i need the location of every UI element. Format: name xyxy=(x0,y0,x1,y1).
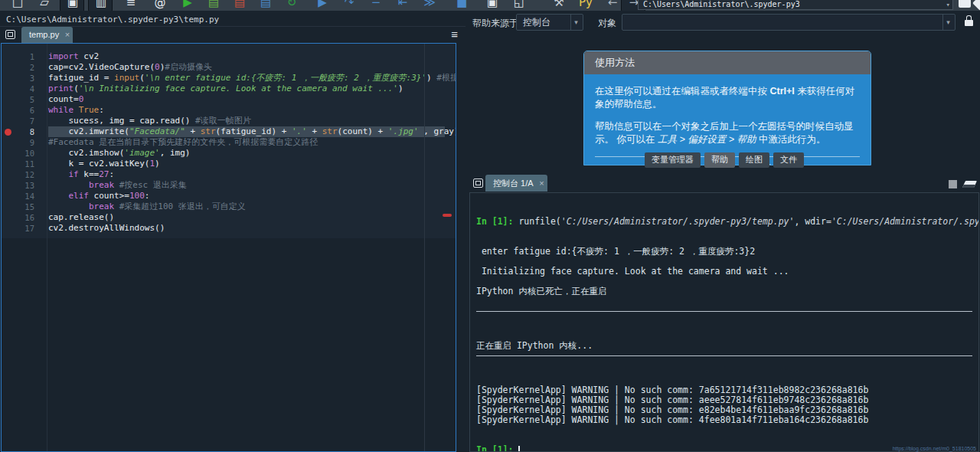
line-number[interactable]: 7 xyxy=(2,116,47,126)
line-number[interactable]: 13 xyxy=(2,180,47,191)
editor-options-menu-icon[interactable]: ≡ xyxy=(451,28,458,41)
line-number[interactable]: 16 xyxy=(2,212,47,223)
code-token: k = cv2.waitKey( xyxy=(48,159,149,169)
line-number[interactable]: 12 xyxy=(2,169,47,180)
code-line: break #采集超过100 张退出，可自定义 xyxy=(48,201,445,212)
line-number[interactable]: 9 xyxy=(2,137,47,148)
step-over-icon[interactable]: ↷ xyxy=(339,0,359,11)
code-token: 0 xyxy=(79,94,84,104)
object-combobox[interactable]: ▾ xyxy=(622,14,956,31)
code-token: (count) + xyxy=(338,126,388,136)
code-token: while xyxy=(48,105,74,115)
code-token: cv2.imwrite( xyxy=(48,126,129,136)
new-file-icon[interactable]: □ xyxy=(8,0,28,11)
code-line: fatigue_id = input('\n enter fatigue id:… xyxy=(48,73,445,84)
lock-icon[interactable] xyxy=(965,20,973,26)
chevron-down-icon: ▾ xyxy=(942,15,953,30)
console-warning-line: [SpyderKernelApp] WARNING | No such comm… xyxy=(476,415,972,425)
console-panel: 控制台 1/A × In [1]: runfile('C:/Users/Admi… xyxy=(469,170,980,452)
line-number[interactable]: 2 xyxy=(2,62,47,73)
console-output-line: enter fatigue id:{不疲劳: 1 ，一般疲劳: 2 ，重度疲劳:… xyxy=(476,247,972,257)
pane-tab-文件[interactable]: 文件 xyxy=(773,152,804,168)
pane-tab-帮助[interactable]: 帮助 xyxy=(704,152,735,168)
code-token xyxy=(48,169,69,179)
toolbar-overflow-icon[interactable] xyxy=(972,0,980,11)
debug-file-icon[interactable]: ▶ xyxy=(312,0,332,11)
code-token: (fatigue_id) + xyxy=(216,126,292,136)
window-layout-icon[interactable]: ▣ xyxy=(482,0,502,11)
line-number[interactable]: 15 xyxy=(2,201,47,212)
code-editor[interactable]: 1234567891011121314151617 import cv2cap=… xyxy=(1,43,456,452)
line-number[interactable]: 4 xyxy=(2,84,47,94)
editor-tab-temp-py[interactable]: temp.py × xyxy=(21,27,73,43)
close-icon[interactable]: × xyxy=(539,175,544,192)
line-number[interactable]: 6 xyxy=(2,105,47,116)
tools-icon[interactable]: ⚒ xyxy=(549,0,569,11)
editor-panel: C:\Users\Administrator\.spyder-py3\temp.… xyxy=(0,11,466,452)
print-icon[interactable]: ≡ xyxy=(121,0,141,11)
close-icon[interactable]: × xyxy=(65,27,70,43)
line-number[interactable]: 11 xyxy=(2,159,47,169)
console-output-line: Initializing face capture. Look at the c… xyxy=(476,267,972,277)
code-token: + xyxy=(185,126,201,136)
line-number[interactable]: 8 xyxy=(2,126,47,137)
code-token: + xyxy=(307,126,322,136)
code-token xyxy=(48,191,69,201)
find-symbols-icon[interactable]: @ xyxy=(150,0,170,11)
run-cell-advance-icon[interactable]: ▤ xyxy=(230,0,250,11)
code-line: cap.release() xyxy=(48,212,445,223)
browse-directory-icon[interactable] xyxy=(959,0,971,8)
code-token: cv2.destroyAllWindows() xyxy=(48,223,165,233)
help-source-combobox[interactable]: 控制台 ▾ xyxy=(516,14,583,31)
line-number[interactable]: 17 xyxy=(2,223,47,234)
code-line: sucess, img = cap.read() #读取一帧图片 xyxy=(48,116,445,126)
line-number[interactable]: 10 xyxy=(2,148,47,159)
save-all-icon[interactable]: ▥ xyxy=(91,0,111,11)
watermark: https://blog.csdn.net/m0_51810505 xyxy=(893,446,976,451)
working-directory-combobox[interactable]: C:\Users\Administrator\.spyder-py3 ▾ xyxy=(638,0,953,10)
code-line: cap=cv2.VideoCapture(0)#启动摄像头 xyxy=(48,62,445,73)
code-token: input xyxy=(114,73,139,83)
code-line: count=0 xyxy=(48,94,445,105)
line-number[interactable]: 3 xyxy=(2,73,47,84)
step-return-icon[interactable]: ⇤ xyxy=(393,0,413,11)
ipython-console[interactable]: In [1]: runfile('C:/Users/Administrator/… xyxy=(469,192,979,452)
step-into-icon[interactable]: − xyxy=(366,0,386,11)
line-number[interactable]: 14 xyxy=(2,191,47,201)
console-blank-line xyxy=(476,321,972,331)
pane-tab-绘图[interactable]: 绘图 xyxy=(739,152,769,168)
code-line: #Facedata 是在当前目录下预先建好的文件夹，可根据需要自定义路径 xyxy=(48,137,445,148)
prompt-label: In [1]: xyxy=(476,444,518,452)
console-tab[interactable]: 控制台 1/A × xyxy=(485,175,547,192)
line-number[interactable]: 1 xyxy=(2,51,47,62)
clear-console-icon[interactable] xyxy=(962,181,977,188)
open-file-icon[interactable]: ▱ xyxy=(34,0,54,11)
editor-gutter[interactable]: 1234567891011121314151617 xyxy=(2,44,47,451)
line-number[interactable]: 5 xyxy=(2,94,47,105)
interrupt-kernel-icon[interactable] xyxy=(949,180,957,188)
console-token: , wdir= xyxy=(794,216,831,227)
python-env-icon[interactable]: Py xyxy=(576,0,596,11)
object-label: 对象 xyxy=(598,17,616,30)
browse-tabs-icon[interactable] xyxy=(473,179,483,188)
breakpoint-icon[interactable] xyxy=(5,129,11,136)
ctrl-i-shortcut: Ctrl+I xyxy=(769,86,794,97)
debug-continue-icon[interactable]: ≫ xyxy=(420,0,439,11)
code-token: sucess, img = cap.read() xyxy=(48,116,195,126)
maximize-pane-icon[interactable]: ◱ xyxy=(509,0,529,11)
save-icon[interactable]: ▣ xyxy=(63,0,83,11)
console-blank-line xyxy=(476,296,972,306)
debug-continue-green-icon[interactable]: ↻ xyxy=(282,0,302,11)
browse-tabs-icon[interactable] xyxy=(5,30,15,39)
console-blank-line xyxy=(476,435,972,445)
back-icon[interactable]: ← xyxy=(603,0,622,11)
stop-debug-icon[interactable]: ■ xyxy=(452,0,472,11)
run-cell-icon[interactable]: ▤ xyxy=(204,0,224,11)
code-token: count= xyxy=(48,94,79,104)
pane-tab-变量管理器[interactable]: 变量管理器 xyxy=(645,152,701,168)
chevron-down-icon: ▾ xyxy=(570,15,581,30)
code-token: #启动摄像头 xyxy=(165,62,212,72)
rerun-cell-icon[interactable]: ▤ xyxy=(256,0,276,11)
console-token: 'C:/Users/Administrator/.spyder-py3/temp… xyxy=(561,216,795,227)
run-file-icon[interactable]: ▶ xyxy=(178,0,198,11)
